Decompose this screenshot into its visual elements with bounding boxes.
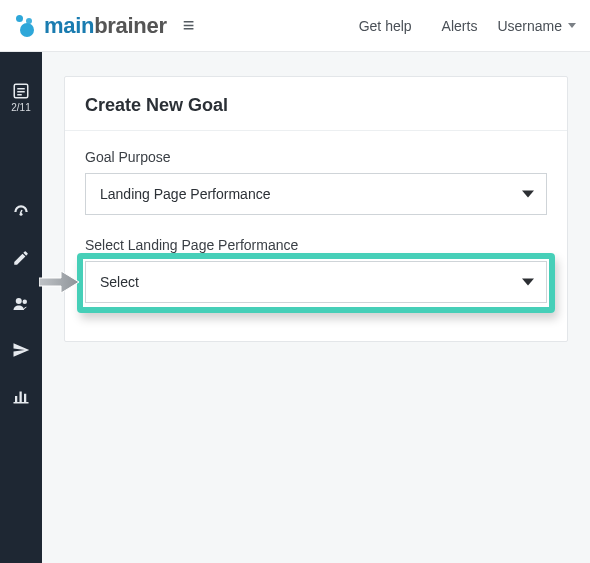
pencil-icon [12,249,30,267]
sidebar-step-counter: 2/11 [11,102,30,113]
sidebar-item-dashboard[interactable] [0,203,42,221]
get-help-link[interactable]: Get help [349,12,422,40]
sidebar-item-send[interactable] [0,341,42,359]
svg-rect-9 [20,392,22,403]
logo-dots-icon [12,14,40,38]
brand-logo: mainbrainer [12,13,167,39]
bar-chart-icon [12,387,30,405]
goal-purpose-label: Goal Purpose [85,149,547,165]
alerts-link[interactable]: Alerts [432,12,488,40]
svg-rect-5 [20,210,23,214]
chevron-down-icon [568,23,576,28]
sidebar-item-steps[interactable]: 2/11 [0,82,42,113]
brand-text-a: main [44,13,94,38]
card-title: Create New Goal [85,95,547,116]
hamburger-icon[interactable]: ≡ [183,14,195,37]
callout-arrow-icon [39,269,79,295]
username-label: Username [497,18,562,34]
sidebar-item-edit[interactable] [0,249,42,267]
landing-page-performance-value: Select [100,274,139,290]
gauge-icon [12,203,30,221]
list-icon [12,82,30,100]
svg-rect-8 [15,396,17,402]
card-body: Goal Purpose Landing Page Performance Se… [65,131,567,341]
goal-purpose-select[interactable]: Landing Page Performance [85,173,547,215]
select-lpp-label: Select Landing Page Performance [85,237,547,253]
svg-point-6 [16,298,22,304]
users-icon [12,295,30,313]
sidebar-item-users[interactable] [0,295,42,313]
highlight-region: Select [85,261,547,303]
svg-point-7 [23,300,28,305]
sidebar: 2/11 [0,52,42,563]
brand-text-b: brainer [94,13,166,38]
caret-down-icon [522,191,534,198]
paper-plane-icon [12,341,30,359]
svg-marker-12 [39,271,79,293]
goal-purpose-value: Landing Page Performance [100,186,270,202]
user-menu[interactable]: Username [497,18,576,34]
top-bar: mainbrainer ≡ Get help Alerts Username [0,0,590,52]
sidebar-item-analytics[interactable] [0,387,42,405]
landing-page-performance-select[interactable]: Select [85,261,547,303]
card-header: Create New Goal [65,77,567,131]
caret-down-icon [522,279,534,286]
svg-rect-11 [14,402,29,404]
svg-rect-10 [24,394,26,402]
main-content: Create New Goal Goal Purpose Landing Pag… [42,52,590,563]
create-goal-card: Create New Goal Goal Purpose Landing Pag… [64,76,568,342]
